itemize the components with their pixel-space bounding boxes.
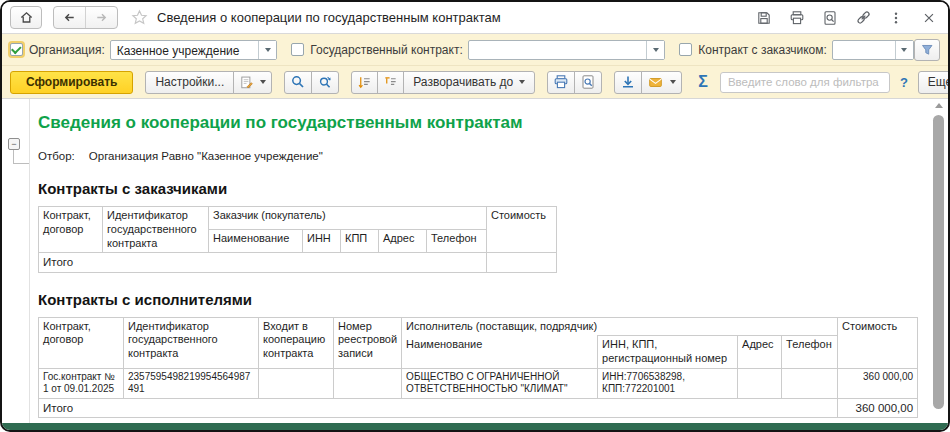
organization-combo[interactable]: Казенное учреждение [110, 40, 278, 60]
report-body: Сведения о кооперации по государственным… [29, 99, 930, 423]
search-group [284, 71, 339, 94]
chevron-down-icon [519, 80, 525, 84]
report-variants-button[interactable] [233, 71, 272, 94]
page-magnifier-icon [580, 74, 596, 90]
expand-to-button[interactable]: Разворачивать до [403, 71, 535, 94]
report-toolbar: Сформировать Настройки... [2, 66, 948, 99]
selection-line: Отбор: Организация Равно "Казенное учреж… [38, 150, 930, 162]
printer-icon [553, 74, 569, 90]
scrollbar-thumb[interactable] [933, 115, 944, 409]
selection-value: Организация Равно "Казенное учреждение" [89, 150, 323, 162]
cell-registry-number [334, 368, 402, 398]
customers-total-label: Итого [39, 253, 487, 272]
favorite-star-icon[interactable] [131, 9, 148, 26]
col-contract: Контракт, договор [39, 317, 124, 368]
customer-contract-checkbox[interactable] [679, 43, 692, 56]
customer-contract-dropdown-button[interactable] [895, 41, 913, 59]
collapse-levels-icon [383, 75, 398, 90]
forward-button[interactable] [85, 7, 117, 28]
report-filter-bar: Организация: Казенное учреждение Государ… [2, 34, 948, 66]
executors-total-label: Итого [39, 398, 838, 417]
state-contract-checkbox[interactable] [291, 43, 304, 56]
customers-total-row: Итого [39, 253, 557, 272]
help-button[interactable]: ? [898, 75, 910, 90]
preview-icon[interactable] [821, 9, 839, 27]
print-icon[interactable] [788, 9, 806, 27]
state-contract-combo[interactable] [468, 40, 666, 60]
scroll-up-arrow-icon[interactable] [935, 103, 943, 108]
expand-group: Разворачивать до [351, 71, 535, 94]
generate-button[interactable]: Сформировать [10, 71, 133, 94]
search-icon [290, 74, 306, 90]
cell-id: 2357595498219954564987491 [124, 368, 259, 398]
export-group [614, 71, 682, 94]
expand-groups-button[interactable] [351, 71, 378, 94]
app-window: Сведения о кооперации по государственным… [0, 0, 950, 432]
executors-table: Контракт, договор Идентификатор государс… [38, 317, 918, 419]
group-bracket-line [13, 150, 14, 163]
customer-contract-label: Контракт с заказчиком: [698, 43, 827, 57]
save-file-button[interactable] [614, 71, 642, 94]
customers-section-heading: Контракты с заказчиками [38, 180, 930, 197]
cell-address [738, 368, 782, 398]
col-name: Наименование [209, 230, 303, 253]
customers-total-cost [487, 253, 557, 272]
funnel-icon [920, 42, 934, 58]
print-preview-button[interactable] [574, 71, 602, 94]
more-menu-icon[interactable] [887, 9, 905, 27]
chevron-down-icon [653, 48, 659, 52]
history-nav-group [53, 6, 118, 29]
back-button[interactable] [54, 7, 85, 28]
chevron-down-icon [670, 80, 676, 84]
report-variant-icon [239, 75, 254, 90]
bottom-scroll-bar[interactable] [2, 423, 948, 430]
state-contract-label: Государственный контракт: [310, 43, 462, 57]
more-actions-label: Еще [928, 75, 950, 89]
search-next-button[interactable] [311, 71, 339, 94]
search-button[interactable] [284, 71, 312, 94]
executor-data-row: Гос.контракт № 1 от 09.01.2025 235759549… [39, 368, 918, 398]
vertical-scrollbar[interactable] [932, 101, 946, 421]
send-email-button[interactable] [641, 71, 682, 94]
executors-total-row: Итого 360 000,00 [39, 398, 918, 417]
collapse-groups-button[interactable] [377, 71, 404, 94]
home-button[interactable] [10, 6, 42, 29]
cell-phone [782, 368, 838, 398]
more-actions-button[interactable]: Еще [918, 71, 950, 94]
chevron-down-icon [260, 80, 266, 84]
print-button[interactable] [547, 71, 575, 94]
filter-settings-button[interactable] [914, 39, 940, 61]
settings-group: Настройки... [145, 71, 272, 94]
col-registry-number: Номер реестровой записи [334, 317, 402, 368]
grouping-gutter: − [2, 99, 30, 423]
home-icon [17, 9, 35, 27]
organization-label: Организация: [29, 43, 105, 57]
save-icon[interactable] [755, 9, 773, 27]
chevron-down-icon [901, 48, 907, 52]
organization-value: Казенное учреждение [111, 41, 259, 59]
col-cost: Стоимость [838, 317, 918, 368]
expand-levels-icon [357, 75, 372, 90]
cell-executor-name: ОБЩЕСТВО С ОГРАНИЧЕННОЙ ОТВЕТСТВЕННОСТЬЮ… [402, 368, 598, 398]
link-icon[interactable] [854, 9, 872, 27]
quick-filter-input[interactable] [720, 72, 890, 93]
organization-dropdown-button[interactable] [258, 41, 276, 59]
col-executor-group: Исполнитель (поставщик, подрядчик) [402, 317, 838, 336]
col-phone: Телефон [427, 230, 487, 253]
col-address: Адрес [738, 336, 782, 369]
customer-contract-combo[interactable] [832, 40, 914, 60]
collapse-group-button[interactable]: − [8, 138, 20, 150]
arrow-left-icon [62, 10, 77, 25]
organization-checkbox[interactable] [10, 43, 23, 56]
settings-button[interactable]: Настройки... [145, 71, 234, 94]
selection-label: Отбор: [38, 150, 75, 162]
search-repeat-icon [317, 74, 333, 90]
col-cost: Стоимость [487, 207, 557, 253]
close-icon[interactable] [920, 9, 938, 27]
report-viewport: − Сведения о кооперации по государственн… [2, 99, 948, 423]
state-contract-dropdown-button[interactable] [646, 41, 664, 59]
cell-inn-kpp: ИНН:7706538298, КПП:772201001 [598, 368, 738, 398]
col-phone: Телефон [782, 336, 838, 369]
sum-selected-indicator[interactable]: Σ [694, 73, 712, 91]
col-inn-kpp: ИНН, КПП, регистрационный номер [598, 336, 738, 369]
